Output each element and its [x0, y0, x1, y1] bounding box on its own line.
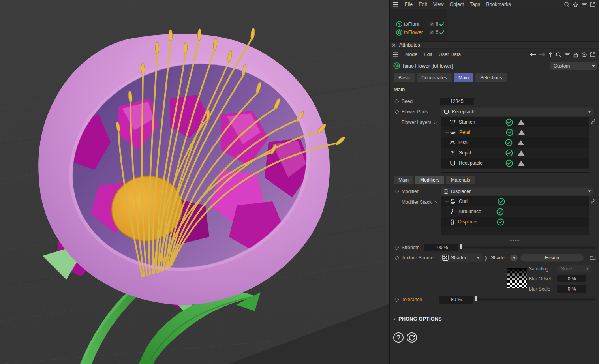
keyframe-diamond-icon[interactable]	[394, 189, 399, 193]
enabled-check-icon[interactable]	[439, 22, 445, 26]
record-target-icon[interactable]	[581, 52, 587, 58]
object-row-toplant[interactable]: toPlant	[390, 20, 447, 28]
hamburger-icon[interactable]	[392, 52, 399, 57]
resize-handle-dots[interactable]	[441, 169, 589, 173]
modifier-stack-label[interactable]: Modifier Stack	[402, 199, 437, 205]
check-circle-icon[interactable]	[505, 149, 513, 157]
blur-offset-input[interactable]: 0 %	[557, 275, 586, 282]
hamburger-icon[interactable]	[392, 2, 399, 7]
popout-icon[interactable]	[590, 2, 596, 8]
layer-toggle-icon[interactable]	[430, 22, 434, 26]
preset-dropdown[interactable]: Custom	[550, 62, 597, 70]
menu-mode[interactable]: Mode	[405, 52, 417, 57]
triangle-icon[interactable]	[518, 129, 525, 135]
tab-coordinates[interactable]: Coordinates	[417, 73, 452, 82]
lock-icon[interactable]	[573, 52, 578, 58]
up-arrow-icon[interactable]	[548, 52, 553, 58]
home-icon[interactable]	[573, 2, 578, 8]
triangle-icon[interactable]	[518, 150, 525, 156]
menu-file[interactable]: File	[405, 2, 413, 7]
layer-row-petal[interactable]: Petal	[441, 127, 589, 137]
tab-materials[interactable]: Materials	[446, 176, 475, 184]
layer-toggle-icon[interactable]	[430, 30, 434, 34]
tolerance-input[interactable]: 80 %	[439, 296, 473, 304]
menu-edit[interactable]: Edit	[424, 52, 432, 57]
check-circle-icon[interactable]	[496, 208, 504, 216]
stack-row-curl[interactable]: Curl	[441, 196, 589, 206]
layer-row-stamen[interactable]: Stamen	[441, 117, 589, 127]
triangle-icon[interactable]	[517, 140, 524, 146]
object-name[interactable]: toPlant	[404, 21, 419, 27]
back-arrow-icon[interactable]	[530, 52, 536, 57]
popout-icon[interactable]	[590, 52, 596, 58]
tab-main2[interactable]: Main	[394, 176, 413, 184]
forward-arrow-icon[interactable]	[539, 52, 545, 57]
help-button[interactable]	[393, 332, 404, 343]
keyframe-diamond-icon[interactable]	[394, 245, 399, 250]
layer-row-sepal[interactable]: Sepal	[441, 148, 589, 158]
tab-selections[interactable]: Selections	[475, 73, 507, 82]
check-circle-icon[interactable]	[505, 118, 513, 126]
search-icon[interactable]	[556, 52, 561, 58]
check-circle-icon[interactable]	[506, 129, 513, 136]
phong-options-section[interactable]: PHONG OPTIONS	[394, 316, 442, 322]
menu-view[interactable]: View	[433, 2, 444, 7]
viewport-3d[interactable]	[0, 0, 389, 364]
right-panel: File Edit View Object Tags Bookmarks t	[389, 0, 599, 364]
menu-bookmarks[interactable]: Bookmarks	[486, 2, 511, 7]
pistil-icon	[450, 140, 455, 145]
search-icon[interactable]	[564, 2, 570, 8]
slider-handle[interactable]	[475, 296, 477, 301]
reset-refresh-button[interactable]	[406, 332, 417, 343]
modifier-dropdown[interactable]: Displacer	[441, 187, 593, 195]
check-circle-icon[interactable]	[505, 159, 513, 167]
keyframe-diamond-icon[interactable]	[394, 109, 399, 114]
keyframe-diamond-icon[interactable]	[394, 99, 399, 103]
tab-basic[interactable]: Basic	[394, 73, 415, 82]
tolerance-slider[interactable]	[476, 298, 596, 300]
menu-tags[interactable]: Tags	[470, 2, 480, 7]
layer-row-pistil[interactable]: Pistil	[441, 137, 589, 148]
filter-icon[interactable]	[564, 52, 570, 57]
layer-row-receptacle[interactable]: Receptacle	[441, 158, 589, 168]
filter-icon[interactable]	[581, 2, 587, 7]
stack-row-displacer[interactable]: Displacer	[441, 217, 589, 227]
object-name[interactable]: toFlower	[404, 30, 423, 35]
flower-layers-label[interactable]: Flower Layers	[402, 120, 437, 125]
stack-row-turbulence[interactable]: Turbulence	[441, 206, 589, 217]
keyframe-diamond-icon[interactable]	[394, 297, 399, 302]
check-circle-icon[interactable]	[498, 198, 505, 205]
check-circle-icon[interactable]	[505, 139, 513, 146]
tab-modifiers[interactable]: Modifiers	[415, 176, 444, 184]
keyframe-diamond-icon[interactable]	[394, 255, 399, 260]
tab-main[interactable]: Main	[454, 73, 473, 82]
flower-layers-list: Stamen Petal Pistil Sepal	[441, 117, 589, 169]
attribute-tabs: Basic Coordinates Main Selections	[394, 73, 507, 82]
shader-slot-dropdown[interactable]	[510, 254, 518, 261]
strength-input[interactable]: 100 %	[424, 244, 458, 251]
eyedropper-icon[interactable]	[590, 198, 596, 204]
texture-source-row: Texture Source Shader ❯ Shader Fusion	[390, 253, 599, 262]
slider-handle[interactable]	[460, 244, 462, 249]
eyedropper-icon[interactable]	[590, 118, 596, 124]
visibility-dots-icon[interactable]	[436, 22, 438, 26]
enabled-check-icon[interactable]	[439, 30, 445, 35]
menu-user-data[interactable]: User Data	[439, 52, 461, 57]
strength-slider[interactable]	[462, 246, 596, 248]
menu-object[interactable]: Object	[450, 2, 464, 7]
visibility-dots-icon[interactable]	[436, 30, 438, 35]
flower-parts-dropdown[interactable]: Receptacle	[441, 107, 593, 116]
resize-handle-dots[interactable]	[441, 236, 589, 239]
blur-scale-input[interactable]: 0 %	[557, 285, 586, 293]
menu-edit[interactable]: Edit	[419, 2, 427, 7]
triangle-icon[interactable]	[518, 160, 525, 166]
close-icon[interactable]	[392, 43, 396, 47]
folder-icon[interactable]	[590, 255, 596, 260]
fusion-shader-button[interactable]: Fusion	[520, 254, 584, 261]
object-row-toflower[interactable]: toFlower	[390, 28, 447, 36]
check-circle-icon[interactable]	[497, 218, 504, 226]
seed-input[interactable]: 12345	[440, 98, 474, 105]
sampling-dropdown[interactable]: None	[557, 265, 591, 272]
triangle-icon[interactable]	[518, 119, 525, 125]
texture-mode-dropdown[interactable]: Shader	[440, 253, 482, 262]
